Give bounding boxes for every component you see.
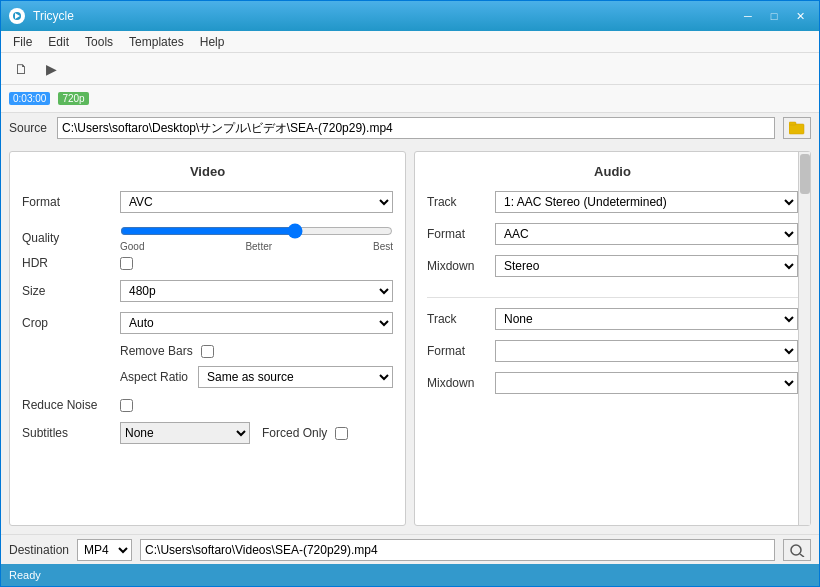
- aspect-ratio-label: Aspect Ratio: [120, 370, 190, 384]
- size-label: Size: [22, 284, 112, 298]
- format-select[interactable]: AVC H.265 (HEVC) MPEG-4: [120, 191, 393, 213]
- destination-browse-button[interactable]: [783, 539, 811, 561]
- svg-point-4: [791, 545, 801, 555]
- subtitles-label: Subtitles: [22, 426, 112, 440]
- quality-label: Quality: [22, 231, 112, 245]
- forced-only-label: Forced Only: [262, 426, 327, 440]
- main-window: Tricycle ─ □ ✕ File Edit Tools Templates…: [0, 0, 820, 587]
- add-button[interactable]: 🗋: [9, 57, 33, 81]
- scroll-bar[interactable]: [798, 152, 810, 525]
- hdr-row: HDR: [22, 256, 393, 270]
- audio-mixdown2-label: Mixdown: [427, 376, 487, 390]
- audio-track2-select[interactable]: None 1: AAC Stereo (Undetermined): [495, 308, 798, 330]
- menu-help[interactable]: Help: [192, 33, 233, 51]
- menu-tools[interactable]: Tools: [77, 33, 121, 51]
- menu-bar: File Edit Tools Templates Help: [1, 31, 819, 53]
- size-select[interactable]: 480p 720p 1080p 4K: [120, 280, 393, 302]
- subtitles-row: Subtitles None Burned In Embedded Forced…: [22, 422, 393, 444]
- title-bar: Tricycle ─ □ ✕: [1, 1, 819, 31]
- size-row: Size 480p 720p 1080p 4K: [22, 280, 393, 302]
- scroll-thumb: [800, 154, 810, 194]
- quality-row: Quality Good Better Best: [22, 223, 393, 252]
- remove-bars-label: Remove Bars: [120, 344, 193, 358]
- crop-row: Crop Auto None Custom: [22, 312, 393, 334]
- quality-slider-labels: Good Better Best: [120, 241, 393, 252]
- destination-input[interactable]: [140, 539, 775, 561]
- close-button[interactable]: ✕: [789, 7, 811, 25]
- status-text: Ready: [9, 569, 41, 581]
- audio-track2-row: Track None 1: AAC Stereo (Undetermined): [427, 308, 798, 330]
- main-content: Video Format AVC H.265 (HEVC) MPEG-4 Qua…: [1, 143, 819, 534]
- audio-format1-select[interactable]: AAC MP3 Passthru: [495, 223, 798, 245]
- audio-format1-row: Format AAC MP3 Passthru: [427, 223, 798, 245]
- video-panel-title: Video: [22, 164, 393, 179]
- audio-panel-title: Audio: [427, 164, 798, 179]
- reduce-noise-label: Reduce Noise: [22, 398, 112, 412]
- source-browse-button[interactable]: [783, 117, 811, 139]
- timeline-area: 0:03:00 720p: [1, 85, 819, 113]
- svg-rect-3: [789, 122, 796, 125]
- quality-label-good: Good: [120, 241, 144, 252]
- destination-label: Destination: [9, 543, 69, 557]
- time-badge: 0:03:00: [9, 92, 50, 105]
- audio-section-2: Track None 1: AAC Stereo (Undetermined) …: [427, 308, 798, 394]
- source-label: Source: [9, 121, 49, 135]
- toolbar: 🗋 ▶: [1, 53, 819, 85]
- audio-format2-row: Format AAC MP3: [427, 340, 798, 362]
- svg-line-5: [800, 554, 804, 557]
- remove-bars-checkbox[interactable]: [201, 345, 214, 358]
- reduce-noise-checkbox[interactable]: [120, 399, 133, 412]
- minimize-button[interactable]: ─: [737, 7, 759, 25]
- add-icon: 🗋: [14, 61, 28, 77]
- source-row: Source: [1, 113, 819, 143]
- quality-label-better: Better: [245, 241, 272, 252]
- play-button[interactable]: ▶: [39, 57, 63, 81]
- audio-mixdown1-label: Mixdown: [427, 259, 487, 273]
- menu-edit[interactable]: Edit: [40, 33, 77, 51]
- size-badge: 720p: [58, 92, 88, 105]
- audio-track2-label: Track: [427, 312, 487, 326]
- audio-format2-label: Format: [427, 344, 487, 358]
- audio-mixdown2-row: Mixdown Stereo Mono: [427, 372, 798, 394]
- hdr-checkbox[interactable]: [120, 257, 133, 270]
- play-icon: ▶: [46, 61, 57, 77]
- crop-label: Crop: [22, 316, 112, 330]
- status-bar: Ready: [1, 564, 819, 586]
- menu-templates[interactable]: Templates: [121, 33, 192, 51]
- window-controls: ─ □ ✕: [737, 7, 811, 25]
- destination-format-select[interactable]: MP4 MKV M4V: [77, 539, 132, 561]
- title-bar-left: Tricycle: [9, 8, 74, 24]
- svg-rect-2: [789, 124, 804, 134]
- quality-slider[interactable]: [120, 223, 393, 239]
- forced-only-checkbox[interactable]: [335, 427, 348, 440]
- source-input[interactable]: [57, 117, 775, 139]
- quality-label-best: Best: [373, 241, 393, 252]
- format-label: Format: [22, 195, 112, 209]
- aspect-ratio-row: Aspect Ratio Same as source 4:3 16:9: [22, 366, 393, 388]
- audio-mixdown1-select[interactable]: Stereo Mono 5.1: [495, 255, 798, 277]
- audio-track1-row: Track 1: AAC Stereo (Undetermined) None: [427, 191, 798, 213]
- reduce-noise-row: Reduce Noise: [22, 398, 393, 412]
- hdr-label: HDR: [22, 256, 112, 270]
- folder-icon: [789, 121, 805, 135]
- audio-section-1: Track 1: AAC Stereo (Undetermined) None …: [427, 191, 798, 298]
- audio-panel: Audio Track 1: AAC Stereo (Undetermined)…: [414, 151, 811, 526]
- quality-slider-container: Good Better Best: [120, 223, 393, 252]
- audio-mixdown1-row: Mixdown Stereo Mono 5.1: [427, 255, 798, 277]
- subtitles-select[interactable]: None Burned In Embedded: [120, 422, 250, 444]
- menu-file[interactable]: File: [5, 33, 40, 51]
- video-panel: Video Format AVC H.265 (HEVC) MPEG-4 Qua…: [9, 151, 406, 526]
- app-icon: [9, 8, 25, 24]
- audio-track1-label: Track: [427, 195, 487, 209]
- crop-select[interactable]: Auto None Custom: [120, 312, 393, 334]
- aspect-ratio-select[interactable]: Same as source 4:3 16:9: [198, 366, 393, 388]
- audio-track1-select[interactable]: 1: AAC Stereo (Undetermined) None: [495, 191, 798, 213]
- search-icon: [789, 543, 805, 557]
- app-title: Tricycle: [33, 9, 74, 23]
- audio-format2-select[interactable]: AAC MP3: [495, 340, 798, 362]
- destination-row: Destination MP4 MKV M4V: [1, 534, 819, 564]
- audio-mixdown2-select[interactable]: Stereo Mono: [495, 372, 798, 394]
- remove-bars-row: Remove Bars: [22, 344, 393, 358]
- maximize-button[interactable]: □: [763, 7, 785, 25]
- audio-format1-label: Format: [427, 227, 487, 241]
